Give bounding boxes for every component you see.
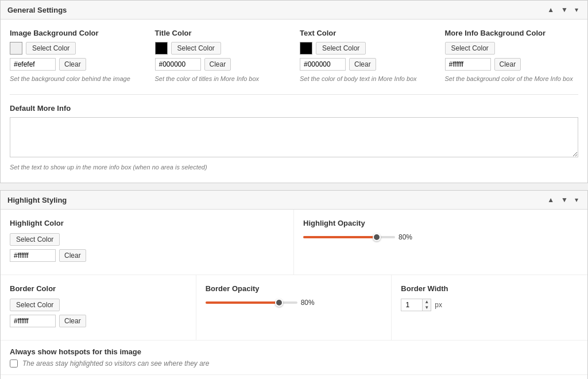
color-fields-row: Image Background Color Select Color Clea… [10, 29, 578, 83]
highlight-color-hex-input[interactable] [10, 249, 56, 262]
text-color-swatch-row: Select Color [300, 42, 434, 55]
highlight-panel-menu-button[interactable]: ▾ [572, 195, 581, 204]
always-show-hotspots-title: Always show hotspots for this image [10, 347, 578, 356]
highlight-color-clear-btn[interactable]: Clear [59, 249, 86, 262]
highlight-panel-down-button[interactable]: ▼ [559, 195, 570, 204]
image-bg-value-row: Clear [10, 58, 144, 71]
highlight-styling-title: Highlight Styling [7, 196, 67, 204]
panel-controls: ▲ ▼ ▾ [545, 5, 581, 14]
border-width-down-btn[interactable]: ▼ [423, 305, 431, 311]
highlight-opacity-slider: 80% [303, 233, 578, 241]
highlight-panel-up-button[interactable]: ▲ [545, 195, 556, 204]
image-bg-hint: Set the background color behind the imag… [10, 75, 130, 82]
section-divider [10, 94, 578, 95]
panel-down-button[interactable]: ▼ [559, 5, 570, 14]
highlight-color-swatch-row: Select Color [10, 233, 284, 246]
highlight-opacity-thumb[interactable] [373, 233, 381, 241]
text-color-hex-input[interactable] [300, 58, 346, 71]
border-opacity-slider: 80% [206, 299, 382, 307]
text-color-swatch [300, 42, 312, 55]
general-settings-title: General Settings [7, 6, 67, 14]
highlight-top-row: Highlight Color Select Color Clear Highl… [1, 210, 587, 275]
more-info-bg-select-btn[interactable]: Select Color [445, 42, 495, 55]
highlight-opacity-label: Highlight Opacity [303, 219, 578, 227]
image-bg-clear-btn[interactable]: Clear [59, 58, 86, 71]
image-bg-color-group: Image Background Color Select Color Clea… [10, 29, 144, 83]
border-color-value-row: Clear [10, 315, 187, 327]
panel-menu-button[interactable]: ▾ [572, 5, 581, 14]
border-width-label: Border Width [401, 284, 578, 293]
always-show-hotspots-row: The areas stay highlighted so visitors c… [10, 359, 578, 368]
border-opacity-track[interactable] [206, 301, 297, 304]
border-opacity-label: Border Opacity [206, 284, 382, 293]
title-color-clear-btn[interactable]: Clear [204, 58, 231, 71]
highlight-opacity-track[interactable] [303, 236, 395, 238]
default-more-info-label: Default More Info [10, 104, 578, 113]
highlight-color-value-row: Clear [10, 249, 284, 262]
border-width-input-group: ▲ ▼ px [401, 299, 578, 311]
text-color-label: Text Color [300, 29, 434, 37]
always-show-hotspots-checkbox[interactable] [10, 359, 18, 368]
text-color-value-row: Clear [300, 58, 434, 71]
title-color-label: Title Color [155, 29, 289, 37]
title-color-swatch-row: Select Color [155, 42, 289, 55]
border-color-label: Border Color [10, 284, 187, 293]
more-info-bg-clear-btn[interactable]: Clear [494, 58, 521, 71]
image-bg-swatch-row: Select Color [10, 42, 144, 55]
border-opacity-cell: Border Opacity 80% [196, 275, 392, 340]
border-opacity-fill [206, 301, 279, 304]
border-opacity-thumb[interactable] [275, 299, 283, 307]
border-color-hex-input[interactable] [10, 315, 56, 327]
highlight-styling-panel: Highlight Styling ▲ ▼ ▾ Highlight Color … [0, 190, 588, 379]
text-color-group: Text Color Select Color Clear Set the co… [300, 29, 434, 83]
more-info-bg-color-group: More Info Background Color Select Color … [445, 29, 579, 83]
highlight-opacity-value: 80% [399, 233, 412, 241]
title-color-group: Title Color Select Color Clear Set the c… [155, 29, 289, 83]
border-width-input[interactable] [401, 299, 422, 311]
default-more-info-hint: Set the text to show up in the more info… [10, 164, 207, 171]
image-bg-hex-input[interactable] [10, 58, 56, 71]
highlight-opacity-cell: Highlight Opacity 80% [294, 210, 587, 274]
border-width-cell: Border Width ▲ ▼ px [392, 275, 587, 340]
text-color-select-btn[interactable]: Select Color [316, 42, 366, 55]
always-show-hotspots-section: Always show hotspots for this image The … [1, 341, 587, 375]
panel-up-button[interactable]: ▲ [545, 5, 556, 14]
border-width-up-btn[interactable]: ▲ [423, 299, 431, 305]
border-width-unit: px [435, 301, 442, 309]
more-info-bg-swatch-row: Select Color [445, 42, 579, 55]
text-color-hint: Set the color of body text in More Info … [300, 75, 417, 82]
border-width-spinners: ▲ ▼ [422, 299, 431, 311]
title-color-value-row: Clear [155, 58, 289, 71]
more-info-bg-color-label: More Info Background Color [445, 29, 579, 37]
image-bg-color-label: Image Background Color [10, 29, 144, 37]
highlight-opacity-fill [303, 236, 377, 238]
border-color-cell: Border Color Select Color Clear [1, 275, 196, 340]
title-color-select-btn[interactable]: Select Color [171, 42, 221, 55]
title-color-hex-input[interactable] [155, 58, 201, 71]
title-color-swatch [155, 42, 168, 55]
general-settings-panel: General Settings ▲ ▼ ▾ Image Background … [0, 0, 588, 183]
text-color-clear-btn[interactable]: Clear [349, 58, 376, 71]
highlight-styling-header: Highlight Styling ▲ ▼ ▾ [1, 191, 587, 210]
highlight-color-label: Highlight Color [10, 219, 284, 227]
always-show-hotspots-checkbox-label[interactable]: The areas stay highlighted so visitors c… [22, 359, 210, 368]
highlight-color-cell: Highlight Color Select Color Clear [1, 210, 294, 274]
general-settings-body: Image Background Color Select Color Clea… [1, 20, 587, 183]
panel-separator [0, 183, 588, 190]
border-color-swatch-row: Select Color [10, 299, 187, 311]
highlight-color-select-btn[interactable]: Select Color [10, 233, 60, 246]
multiple-highlight-styles-section: Define multiple highlight styles for thi… [1, 375, 587, 379]
border-color-select-btn[interactable]: Select Color [10, 299, 60, 311]
image-bg-swatch [10, 42, 22, 55]
more-info-bg-hint: Set the background color of the More Inf… [445, 75, 573, 82]
highlight-panel-controls: ▲ ▼ ▾ [545, 195, 581, 204]
default-more-info-textarea[interactable] [10, 117, 578, 157]
more-info-bg-hex-input[interactable] [445, 58, 491, 71]
title-color-hint: Set the color of titles in More Info box [155, 75, 260, 82]
border-color-clear-btn[interactable]: Clear [59, 315, 86, 327]
general-settings-header: General Settings ▲ ▼ ▾ [1, 1, 587, 20]
border-opacity-value: 80% [301, 299, 315, 307]
image-bg-select-btn[interactable]: Select Color [26, 42, 76, 55]
more-info-bg-value-row: Clear [445, 58, 579, 71]
highlight-bottom-row: Border Color Select Color Clear Border O… [1, 275, 587, 341]
